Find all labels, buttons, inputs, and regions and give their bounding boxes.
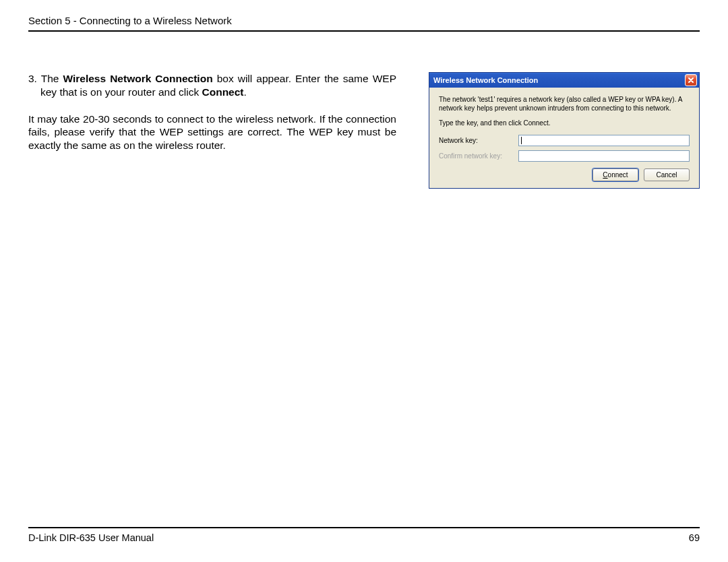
page-footer: D-Link DIR-635 User Manual 69 bbox=[28, 527, 700, 543]
network-key-label: Network key: bbox=[439, 137, 518, 144]
instructions-column: 3. The Wireless Network Connection box w… bbox=[28, 72, 396, 152]
confirm-key-row: Confirm network key: bbox=[439, 150, 690, 162]
content: 3. The Wireless Network Connection box w… bbox=[28, 72, 700, 189]
confirm-key-input[interactable] bbox=[518, 150, 690, 162]
dialog-titlebar: Wireless Network Connection bbox=[429, 73, 699, 88]
section-title: Section 5 - Connecting to a Wireless Net… bbox=[28, 15, 700, 26]
dialog-description: The network 'test1' requires a network k… bbox=[439, 96, 690, 113]
confirm-key-label: Confirm network key: bbox=[439, 152, 518, 160]
step-bold-2: Connect bbox=[202, 86, 244, 98]
wireless-connection-dialog: Wireless Network Connection The network … bbox=[429, 72, 700, 189]
text-cursor-icon bbox=[521, 137, 522, 144]
step-number: 3. bbox=[28, 73, 37, 84]
network-key-input[interactable] bbox=[518, 135, 690, 146]
footer-manual-name: D-Link DIR-635 User Manual bbox=[28, 532, 154, 543]
step-3: 3. The Wireless Network Connection box w… bbox=[28, 72, 396, 99]
step-text-prefix: The bbox=[41, 73, 63, 84]
close-icon bbox=[688, 77, 694, 84]
step-bold-1: Wireless Network Connection bbox=[63, 73, 212, 84]
paragraph-2: It may take 20-30 seconds to connect to … bbox=[28, 113, 396, 152]
step-text-suffix: . bbox=[244, 86, 247, 98]
dialog-button-row: Connect Cancel bbox=[439, 168, 690, 181]
dialog-type-instruction: Type the key, and then click Connect. bbox=[439, 119, 690, 127]
page-header: Section 5 - Connecting to a Wireless Net… bbox=[28, 15, 700, 32]
close-button[interactable] bbox=[685, 74, 697, 86]
dialog-title: Wireless Network Connection bbox=[433, 76, 538, 84]
cancel-button[interactable]: Cancel bbox=[644, 168, 690, 181]
dialog-body: The network 'test1' requires a network k… bbox=[429, 88, 699, 188]
connect-button[interactable]: Connect bbox=[593, 168, 638, 181]
network-key-row: Network key: bbox=[439, 135, 690, 146]
footer-page-number: 69 bbox=[689, 532, 700, 543]
dialog-screenshot: Wireless Network Connection The network … bbox=[429, 72, 700, 189]
